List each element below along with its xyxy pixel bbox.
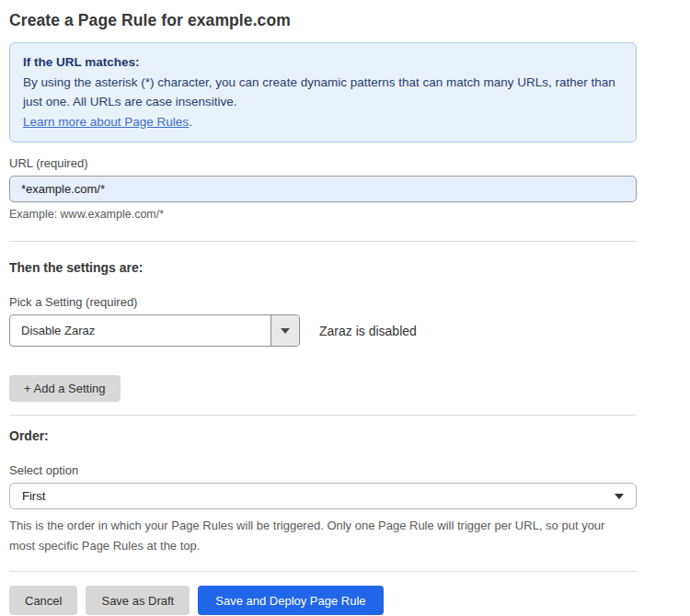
url-match-info-box: If the URL matches: By using the asteris… [9,42,637,143]
setting-dropdown-button[interactable] [270,315,299,346]
url-input[interactable] [9,176,637,202]
info-box-heading: If the URL matches: [23,52,623,73]
settings-section-heading: Then the settings are: [9,260,637,275]
setting-row: Disable Zaraz Zaraz is disabled [9,314,637,347]
order-section-heading: Order: [9,428,637,443]
divider [9,241,637,242]
learn-more-link[interactable]: Learn more about Page Rules [23,115,189,129]
order-select-label: Select option [9,463,637,477]
form-actions: Cancel Save as Draft Save and Deploy Pag… [9,586,637,615]
url-example-helper: Example: www.example.com/* [9,208,637,221]
info-box-link-line: Learn more about Page Rules. [23,112,623,132]
setting-picker-label: Pick a Setting (required) [9,295,637,309]
info-box-body: By using the asterisk (*) character, you… [23,73,623,112]
cancel-button[interactable]: Cancel [9,586,77,615]
divider [9,415,637,416]
caret-down-icon [615,494,624,499]
setting-dropdown-value: Disable Zaraz [10,315,270,346]
order-helper-text: This is the order in which your Page Rul… [9,516,631,556]
caret-down-icon [281,328,290,334]
divider [9,571,637,572]
setting-dropdown[interactable]: Disable Zaraz [9,314,300,347]
page-title: Create a Page Rule for example.com [9,11,637,30]
order-select-value: First [22,489,45,503]
add-setting-button[interactable]: + Add a Setting [9,375,121,402]
page-rule-form: Create a Page Rule for example.com If th… [0,0,690,616]
link-suffix: . [189,115,192,129]
order-select[interactable]: First [9,483,637,509]
setting-status-text: Zaraz is disabled [319,324,417,338]
save-deploy-button[interactable]: Save and Deploy Page Rule [198,586,383,615]
save-draft-button[interactable]: Save as Draft [86,586,190,615]
url-field-label: URL (required) [9,156,637,170]
